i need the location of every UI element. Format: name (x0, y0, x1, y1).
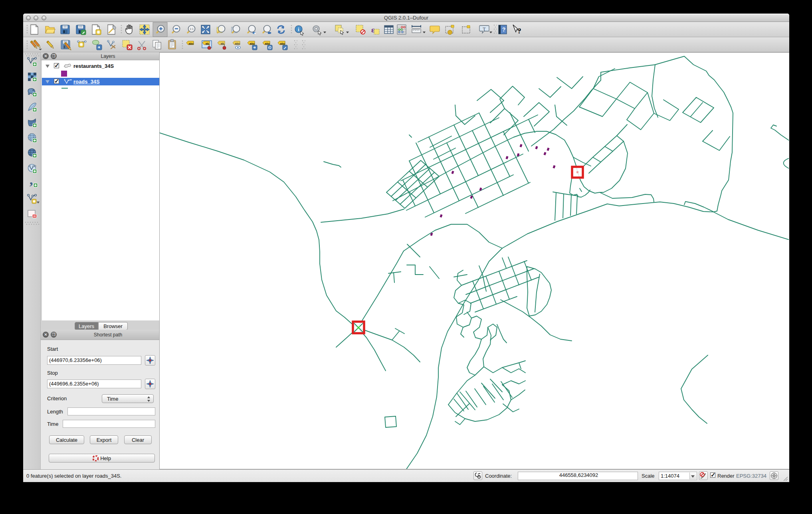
svg-text:abc: abc (265, 42, 270, 45)
svg-text:,: , (30, 172, 33, 187)
svg-text:◀: ◀ (254, 32, 256, 34)
svg-text:?: ? (502, 26, 506, 33)
svg-text:ab: ab (221, 42, 224, 45)
svg-text:abc: abc (250, 42, 255, 45)
svg-text:T: T (483, 26, 486, 32)
svg-text:ε: ε (371, 26, 374, 34)
svg-text:abc: abc (189, 42, 194, 45)
svg-text:ab: ab (206, 42, 209, 45)
svg-text:1:1: 1:1 (190, 28, 194, 30)
svg-text:?: ? (517, 27, 521, 35)
svg-text:abc: abc (235, 42, 240, 45)
svg-text:abc: abc (280, 42, 285, 45)
